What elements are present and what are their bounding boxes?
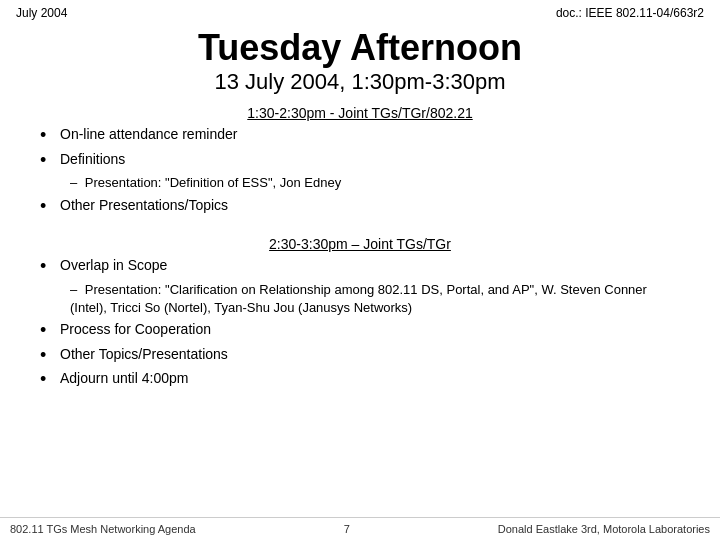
item-text: Other Presentations/Topics (60, 196, 680, 216)
item-text: Other Topics/Presentations (60, 345, 680, 365)
sub-item-text: Presentation: "Definition of ESS", Jon E… (85, 175, 341, 190)
list-item: • Other Topics/Presentations (40, 345, 680, 367)
list-item: • Definitions (40, 150, 680, 172)
item-text: Adjourn until 4:00pm (60, 369, 680, 389)
list-item: • Adjourn until 4:00pm (40, 369, 680, 391)
list-item: • Other Presentations/Topics (40, 196, 680, 218)
item-text: Definitions (60, 150, 680, 170)
footer: 802.11 TGs Mesh Networking Agenda 7 Dona… (0, 517, 720, 540)
main-title: Tuesday Afternoon (0, 26, 720, 69)
footer-right: Donald Eastlake 3rd, Motorola Laboratori… (498, 523, 710, 535)
section2-heading: 2:30-3:30pm – Joint TGs/TGr (40, 236, 680, 252)
sub-item: – Presentation: "Definition of ESS", Jon… (40, 174, 680, 192)
section1-heading: 1:30-2:30pm - Joint TGs/TGr/802.21 (40, 105, 680, 121)
list-item: • Overlap in Scope (40, 256, 680, 278)
bullet-icon: • (40, 345, 60, 367)
header-left: July 2004 (16, 6, 67, 20)
bullet-icon: • (40, 320, 60, 342)
item-text: Process for Cooperation (60, 320, 680, 340)
dash-icon: – (70, 281, 77, 299)
bullet-icon: • (40, 125, 60, 147)
bullet-icon: • (40, 196, 60, 218)
header-right: doc.: IEEE 802.11-04/663r2 (556, 6, 704, 20)
item-text: On-line attendance reminder (60, 125, 680, 145)
bullet-icon: • (40, 150, 60, 172)
sub-item-text: Presentation: "Clarification on Relation… (70, 282, 647, 315)
bullet-icon: • (40, 369, 60, 391)
footer-center: 7 (344, 523, 350, 535)
item-text: Overlap in Scope (60, 256, 680, 276)
subtitle: 13 July 2004, 1:30pm-3:30pm (0, 69, 720, 95)
bullet-icon: • (40, 256, 60, 278)
content-area: 1:30-2:30pm - Joint TGs/TGr/802.21 • On-… (0, 105, 720, 391)
dash-icon: – (70, 174, 77, 192)
list-item: • On-line attendance reminder (40, 125, 680, 147)
sub-item: – Presentation: "Clarification on Relati… (40, 281, 680, 317)
list-item: • Process for Cooperation (40, 320, 680, 342)
footer-left: 802.11 TGs Mesh Networking Agenda (10, 523, 196, 535)
